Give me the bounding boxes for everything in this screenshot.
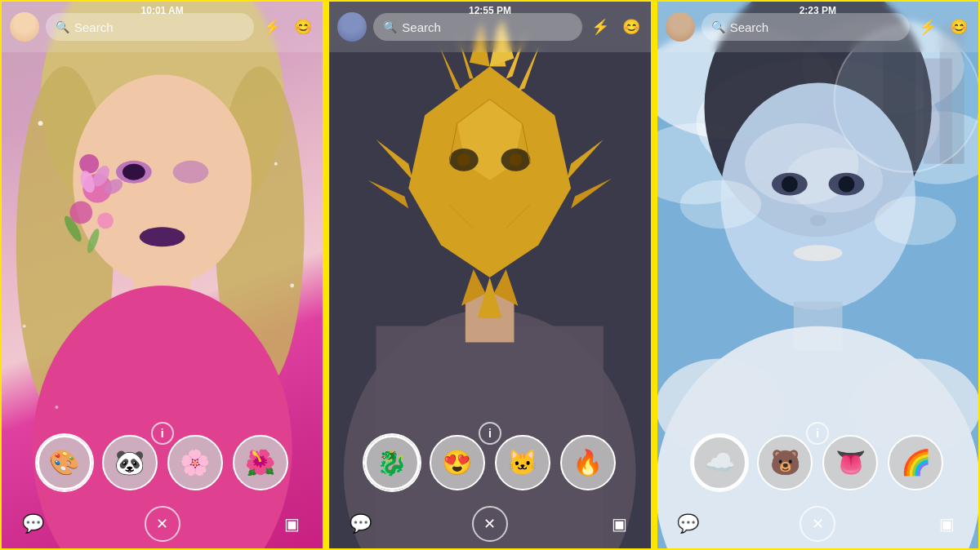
filter2-emoji-2: 😍 — [442, 450, 472, 475]
filter-tray-1: 🎨 🐼 🌸 🌺 — [2, 426, 323, 499]
user2-avatar[interactable] — [337, 12, 367, 42]
search-bar-2[interactable]: 🔍 Search — [373, 13, 581, 41]
filter-emoji-3: 🌸 — [180, 450, 210, 475]
close-button-2[interactable]: ✕ — [472, 506, 508, 542]
filter-tray-2: 🐉 😍 🐱 🔥 — [329, 426, 650, 499]
sticker-icon-2[interactable]: ▣ — [605, 509, 635, 539]
filter3-emoji-1: ☁️ — [705, 450, 735, 475]
svg-point-9 — [140, 227, 185, 246]
filter-2[interactable]: 🐼 — [102, 435, 158, 490]
svg-point-72 — [809, 215, 826, 226]
filter-3-4[interactable]: 🌈 — [888, 435, 943, 490]
filter3-emoji-4: 🌈 — [901, 450, 931, 475]
phone-panel-3: 🔍 Search ⚡ 😊 2:23 PM i ☁️ 🐻 👅 🌈 💬 ✕ ▣ — [656, 0, 980, 550]
svg-point-19 — [38, 121, 43, 126]
filter-3-1-active[interactable]: ☁️ — [692, 435, 747, 490]
svg-point-48 — [510, 153, 523, 166]
search-label-2: Search — [402, 20, 441, 34]
top-icons-3: ⚡ 😊 — [916, 16, 970, 38]
search-label-1: Search — [74, 20, 114, 34]
filter-3[interactable]: 🌸 — [167, 435, 223, 490]
filter-4[interactable]: 🌺 — [233, 435, 288, 490]
search-icon-2: 🔍 — [383, 20, 397, 33]
svg-point-7 — [122, 164, 145, 180]
svg-point-73 — [793, 245, 842, 261]
time-3: 2:23 PM — [800, 5, 836, 16]
flash-icon-3[interactable]: ⚡ — [916, 16, 939, 38]
flash-icon-1[interactable]: ⚡ — [261, 16, 283, 38]
svg-point-47 — [457, 153, 470, 166]
filter-emoji-1: 🎨 — [49, 450, 79, 475]
filter-1-active[interactable]: 🎨 — [37, 435, 92, 490]
filter-2-4[interactable]: 🔥 — [560, 435, 616, 490]
face-lens-icon-3[interactable]: 😊 — [947, 16, 970, 38]
face-lens-icon-1[interactable]: 😊 — [292, 16, 314, 38]
sticker-icon-3[interactable]: ▣ — [933, 509, 962, 539]
svg-point-13 — [79, 154, 99, 174]
chat-icon-2[interactable]: 💬 — [345, 509, 375, 539]
filter3-emoji-3: 👅 — [835, 450, 866, 475]
search-label-3: Search — [730, 20, 769, 34]
filter-emoji-4: 🌺 — [245, 450, 275, 475]
svg-point-12 — [97, 212, 114, 228]
bottom-bar-1: 💬 ✕ ▣ — [2, 499, 323, 548]
close-button-3[interactable]: ✕ — [800, 506, 835, 542]
flash-icon-2[interactable]: ⚡ — [589, 16, 612, 38]
svg-point-20 — [274, 162, 278, 166]
sticker-icon-1[interactable]: ▣ — [277, 509, 306, 539]
filter2-emoji-1: 🐉 — [376, 450, 407, 475]
search-bar-1[interactable]: 🔍 Search — [46, 13, 254, 41]
top-icons-1: ⚡ 😊 — [261, 16, 314, 38]
svg-point-71 — [838, 176, 854, 193]
svg-point-8 — [173, 161, 209, 184]
chat-icon-1[interactable]: 💬 — [18, 509, 47, 539]
filter-3-2[interactable]: 🐻 — [757, 435, 813, 490]
top-icons-2: ⚡ 😊 — [589, 16, 643, 38]
svg-point-21 — [23, 325, 26, 328]
filter-2-3[interactable]: 🐱 — [495, 435, 550, 490]
filter-emoji-2: 🐼 — [114, 450, 145, 475]
search-icon-1: 🔍 — [56, 20, 69, 33]
svg-point-23 — [55, 406, 58, 409]
svg-point-80 — [875, 197, 956, 246]
close-button-1[interactable]: ✕ — [145, 506, 180, 542]
svg-point-70 — [782, 176, 798, 193]
svg-point-22 — [290, 283, 294, 287]
user3-avatar[interactable] — [666, 12, 695, 42]
filter-2-2[interactable]: 😍 — [430, 435, 485, 490]
time-1: 10:01 AM — [141, 5, 184, 16]
filter-3-3[interactable]: 👅 — [822, 435, 878, 490]
time-2: 12:55 PM — [469, 5, 511, 16]
phone-panel-1: 🔍 Search ⚡ 😊 10:01 AM i 🎨 🐼 🌸 🌺 💬 ✕ ▣ — [0, 0, 324, 550]
svg-point-11 — [69, 202, 92, 224]
filter-tray-3: ☁️ 🐻 👅 🌈 — [657, 426, 978, 499]
phone-panel-2: 🔍 Search ⚡ 😊 12:55 PM i 🐉 😍 🐱 🔥 💬 ✕ ▣ — [327, 0, 652, 550]
filter2-emoji-3: 🐱 — [507, 450, 537, 475]
filter2-emoji-4: 🔥 — [572, 450, 603, 475]
bottom-bar-3: 💬 ✕ ▣ — [657, 499, 978, 548]
user1-avatar[interactable] — [10, 12, 39, 42]
svg-point-79 — [679, 180, 760, 229]
search-bar-3[interactable]: 🔍 Search — [702, 13, 910, 41]
filter-2-1-active[interactable]: 🐉 — [364, 435, 420, 490]
face-lens-icon-2[interactable]: 😊 — [620, 16, 643, 38]
chat-icon-3[interactable]: 💬 — [674, 509, 703, 539]
bottom-bar-2: 💬 ✕ ▣ — [329, 499, 650, 548]
filter3-emoji-2: 🐻 — [770, 450, 800, 475]
search-icon-3: 🔍 — [711, 20, 725, 33]
